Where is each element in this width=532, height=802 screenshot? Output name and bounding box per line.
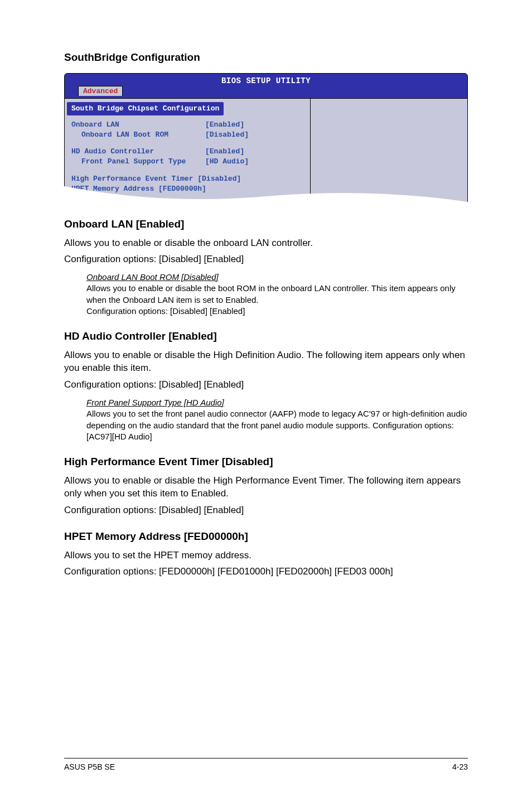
paragraph-onboard-lan-desc: Allows you to enable or disable the onbo… — [64, 236, 468, 250]
bios-bottom-curve — [64, 186, 468, 205]
bios-title-text: BIOS SETUP UTILITY — [221, 76, 311, 85]
bios-screenshot: BIOS SETUP UTILITY Advanced South Bridge… — [64, 73, 468, 205]
paragraph-onboard-lan-opts: Configuration options: [Disabled] [Enabl… — [64, 253, 468, 266]
page-footer: ASUS P5B SE 4-23 — [64, 758, 468, 773]
bios-label: Onboard LAN — [71, 120, 205, 130]
heading-hpet-timer: High Performance Event Timer [Disabled] — [64, 455, 468, 470]
bios-row-hpet-timer[interactable]: High Performance Event Timer [Disabled] — [71, 174, 304, 184]
bios-label: HD Audio Controller — [71, 147, 205, 157]
bios-line: High Performance Event Timer [Disabled] — [71, 174, 241, 184]
footer-page-number: 4-23 — [452, 762, 468, 773]
bios-row-onboard-lan-boot-rom[interactable]: Onboard LAN Boot ROM [Disabled] — [71, 130, 304, 140]
bios-value: [Disabled] — [205, 130, 249, 140]
bios-value: [HD Audio] — [205, 157, 249, 167]
bios-group-title: South Bridge Chipset Configuration — [67, 102, 224, 115]
paragraph-hd-audio-opts: Configuration options: [Disabled] [Enabl… — [64, 378, 468, 392]
paragraph-onboard-lan-boot-rom-desc: Allows you to enable or disable the boot… — [86, 283, 468, 306]
paragraph-hpet-timer-desc: Allows you to enable or disable the High… — [64, 474, 468, 501]
heading-southbridge-config: SouthBridge Configuration — [64, 50, 468, 65]
bios-value: [Enabled] — [205, 147, 244, 157]
bios-window: BIOS SETUP UTILITY Advanced South Bridge… — [64, 73, 468, 205]
paragraph-hpet-addr-desc: Allows you to set the HPET memoy address… — [64, 549, 468, 562]
heading-hd-audio: HD Audio Controller [Enabled] — [64, 329, 468, 344]
subheading-onboard-lan-boot-rom: Onboard LAN Boot ROM [Disabled] — [86, 272, 468, 283]
subsection-onboard-lan-boot-rom: Onboard LAN Boot ROM [Disabled] Allows y… — [86, 272, 468, 317]
bios-label: Front Panel Support Type — [71, 157, 205, 167]
bios-row-onboard-lan[interactable]: Onboard LAN [Enabled] — [71, 120, 304, 130]
paragraph-front-panel-desc: Allows you to set the front panel audio … — [86, 408, 468, 442]
paragraph-hpet-timer-opts: Configuration options: [Disabled] [Enabl… — [64, 504, 468, 517]
footer-product: ASUS P5B SE — [64, 762, 115, 773]
bios-value: [Enabled] — [205, 120, 244, 130]
bios-tab-advanced[interactable]: Advanced — [78, 86, 123, 96]
heading-hpet-memory-address: HPET Memory Address [FED00000h] — [64, 529, 468, 544]
paragraph-onboard-lan-boot-rom-opts: Configuration options: [Disabled] [Enabl… — [86, 306, 468, 317]
bios-label: Onboard LAN Boot ROM — [71, 130, 205, 140]
paragraph-hd-audio-desc: Allows you to enable or disable the High… — [64, 349, 468, 375]
bios-row-hd-audio[interactable]: HD Audio Controller [Enabled] — [71, 147, 304, 157]
subheading-front-panel-support-type: Front Panel Support Type [HD Audio] — [86, 397, 468, 408]
paragraph-hpet-addr-opts: Configuration options: [FED00000h] [FED0… — [64, 565, 468, 578]
bios-title-bar: BIOS SETUP UTILITY — [65, 74, 467, 86]
bios-tab-row: Advanced — [65, 86, 467, 98]
bios-row-front-panel-support-type[interactable]: Front Panel Support Type [HD Audio] — [71, 157, 304, 167]
subsection-front-panel-support-type: Front Panel Support Type [HD Audio] Allo… — [86, 397, 468, 442]
heading-onboard-lan: Onboard LAN [Enabled] — [64, 217, 468, 232]
